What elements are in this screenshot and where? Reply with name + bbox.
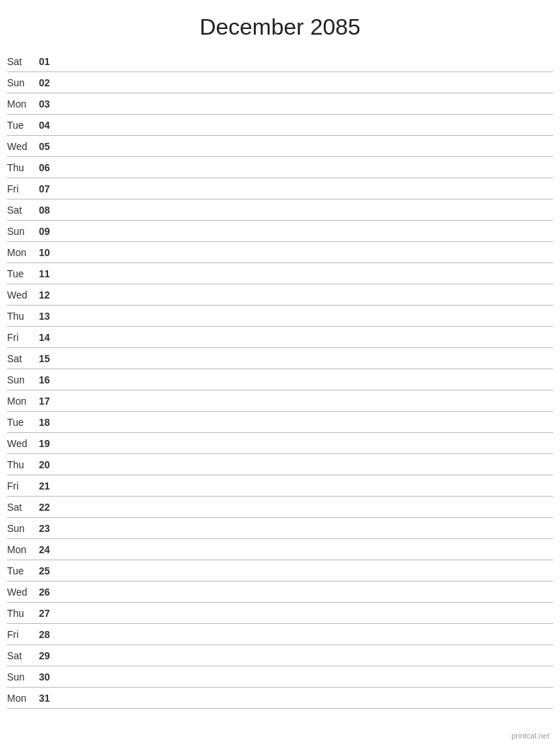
day-line: [60, 634, 553, 635]
day-name: Sat: [7, 502, 39, 513]
day-number: 10: [39, 247, 60, 258]
day-line: [60, 676, 553, 677]
day-line: [60, 506, 553, 507]
day-name: Fri: [7, 629, 39, 640]
day-number: 03: [39, 98, 60, 110]
day-row: Mon17: [7, 390, 553, 412]
day-number: 30: [39, 671, 60, 683]
day-name: Tue: [7, 120, 39, 131]
day-line: [60, 613, 553, 613]
day-row: Mon24: [7, 539, 553, 560]
day-number: 02: [39, 77, 60, 88]
day-row: Tue18: [7, 412, 553, 433]
day-number: 07: [39, 183, 60, 195]
day-number: 29: [39, 650, 60, 661]
day-line: [60, 422, 553, 422]
day-row: Thu27: [7, 603, 553, 624]
day-row: Wed26: [7, 581, 553, 603]
day-number: 27: [39, 608, 60, 619]
day-row: Mon03: [7, 93, 553, 115]
day-row: Fri21: [7, 475, 553, 497]
day-row: Wed05: [7, 136, 553, 157]
day-line: [60, 146, 553, 146]
day-number: 26: [39, 586, 60, 598]
day-line: [60, 549, 553, 550]
day-number: 14: [39, 332, 60, 343]
day-name: Sun: [7, 374, 39, 386]
day-number: 13: [39, 311, 60, 322]
day-line: [60, 337, 553, 337]
day-line: [60, 188, 553, 189]
day-name: Thu: [7, 459, 39, 470]
day-name: Wed: [7, 141, 39, 152]
day-row: Wed19: [7, 433, 553, 454]
day-row: Sun30: [7, 666, 553, 688]
day-line: [60, 400, 553, 401]
day-line: [60, 528, 553, 528]
day-row: Fri28: [7, 624, 553, 645]
day-line: [60, 209, 553, 210]
day-line: [60, 252, 553, 253]
day-row: Tue04: [7, 115, 553, 136]
day-number: 18: [39, 417, 60, 428]
day-name: Tue: [7, 268, 39, 279]
day-number: 09: [39, 226, 60, 237]
day-number: 01: [39, 56, 60, 67]
footer-text: printcal.net: [511, 731, 549, 740]
day-number: 24: [39, 544, 60, 555]
day-number: 16: [39, 374, 60, 386]
day-name: Sat: [7, 353, 39, 364]
day-line: [60, 464, 553, 465]
day-row: Mon31: [7, 688, 553, 709]
calendar-grid: Sat01Sun02Mon03Tue04Wed05Thu06Fri07Sat08…: [0, 51, 560, 709]
day-name: Mon: [7, 98, 39, 110]
day-number: 20: [39, 459, 60, 470]
day-number: 21: [39, 480, 60, 492]
day-number: 19: [39, 438, 60, 449]
day-name: Sat: [7, 650, 39, 661]
day-row: Tue25: [7, 560, 553, 581]
day-name: Tue: [7, 417, 39, 428]
day-row: Sun02: [7, 72, 553, 93]
page-title: December 2085: [0, 0, 560, 51]
day-line: [60, 655, 553, 656]
day-line: [60, 485, 553, 486]
day-number: 06: [39, 162, 60, 173]
day-name: Sun: [7, 226, 39, 237]
day-name: Sun: [7, 671, 39, 683]
day-line: [60, 294, 553, 295]
day-name: Sat: [7, 56, 39, 67]
day-row: Sat15: [7, 348, 553, 369]
day-name: Wed: [7, 586, 39, 598]
day-row: Tue11: [7, 263, 553, 284]
day-name: Thu: [7, 311, 39, 322]
day-row: Thu13: [7, 306, 553, 327]
day-name: Wed: [7, 289, 39, 301]
day-row: Sun23: [7, 518, 553, 539]
day-name: Thu: [7, 608, 39, 619]
day-number: 12: [39, 289, 60, 301]
day-row: Sat01: [7, 51, 553, 72]
day-name: Mon: [7, 395, 39, 407]
day-row: Sat29: [7, 645, 553, 666]
day-line: [60, 273, 553, 274]
day-number: 11: [39, 268, 60, 279]
day-line: [60, 61, 553, 62]
day-line: [60, 697, 553, 698]
day-line: [60, 231, 553, 231]
day-line: [60, 591, 553, 592]
day-row: Sat22: [7, 497, 553, 518]
day-name: Thu: [7, 162, 39, 173]
day-row: Sat08: [7, 199, 553, 221]
day-line: [60, 124, 553, 125]
day-row: Sun09: [7, 221, 553, 242]
day-line: [60, 443, 553, 444]
day-line: [60, 315, 553, 316]
day-name: Fri: [7, 183, 39, 195]
day-number: 22: [39, 502, 60, 513]
day-name: Wed: [7, 438, 39, 449]
day-line: [60, 379, 553, 380]
day-number: 23: [39, 523, 60, 534]
day-name: Tue: [7, 565, 39, 577]
day-row: Fri14: [7, 327, 553, 348]
